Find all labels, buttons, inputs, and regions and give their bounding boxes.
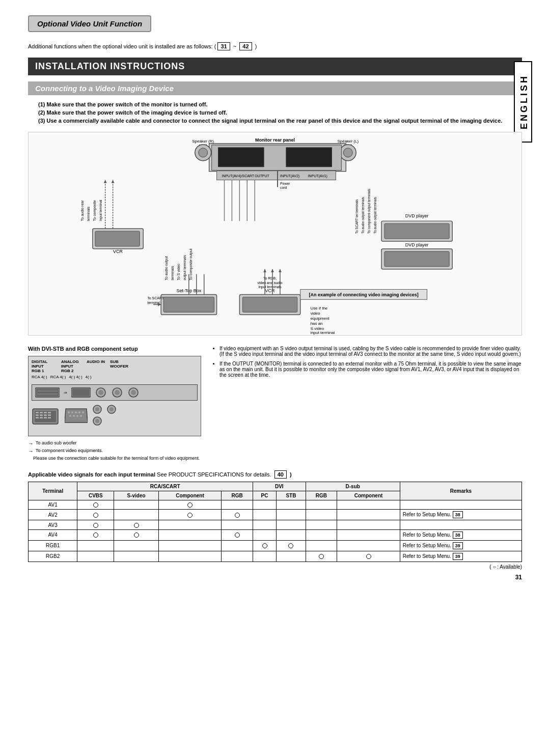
svg-rect-101 xyxy=(40,417,43,418)
cell-rgb1 xyxy=(222,551,253,562)
page-badge-42: 42 xyxy=(239,42,252,50)
svg-text:To audio output terminals: To audio output terminals xyxy=(361,197,365,234)
cell-component2 xyxy=(337,551,400,562)
cell-component1 xyxy=(158,551,221,562)
svg-text:To component output terminals: To component output terminals xyxy=(367,189,371,234)
cell-component2 xyxy=(337,500,400,510)
svg-rect-98 xyxy=(36,417,39,418)
col-terminal: Terminal xyxy=(29,482,77,500)
svg-text:Power: Power xyxy=(280,182,290,185)
svg-rect-103 xyxy=(44,414,47,416)
cell-stb xyxy=(277,540,306,551)
cell-pc xyxy=(253,529,276,540)
connection-diagram: Monitor rear panel Speaker (R) (exp) Spe… xyxy=(28,132,522,337)
cell-remarks: Refer to Setup Menu. 39 xyxy=(400,540,521,551)
sub-pc: PC xyxy=(253,491,276,500)
annotation-2: To component video equipments. xyxy=(36,448,103,453)
cell-svideo xyxy=(114,520,158,529)
svg-point-91 xyxy=(115,390,120,395)
cell-rgb1 xyxy=(222,529,253,540)
svg-rect-102 xyxy=(44,412,47,413)
table-row: RGB2 Refer to Setup Menu. 39 xyxy=(29,551,522,562)
svg-text:To audio rear: To audio rear xyxy=(80,200,84,221)
page-badge-40: 40 xyxy=(274,470,287,479)
svg-point-112 xyxy=(78,411,80,413)
svg-text:Use if the: Use if the xyxy=(311,306,328,311)
svg-point-5 xyxy=(199,148,208,157)
cell-component1 xyxy=(158,529,221,540)
svg-rect-83 xyxy=(36,389,59,396)
svg-text:DVD player: DVD player xyxy=(405,242,429,247)
signal-table: Terminal RCA/SCART DVI D-sub Remarks CVB… xyxy=(28,482,522,562)
cell-rgb1 xyxy=(222,520,253,529)
annotation-lines: → To audio sub woofer → To component vid… xyxy=(28,440,201,461)
svg-text:To audio output terminals: To audio output terminals xyxy=(373,197,377,234)
cell-cvbs xyxy=(77,520,114,529)
cell-component2 xyxy=(337,510,400,520)
svg-text:terminals: terminals xyxy=(87,206,90,221)
cell-cvbs xyxy=(77,510,114,520)
col-dvi: DVI xyxy=(253,482,306,491)
cell-stb xyxy=(277,529,306,540)
svg-marker-81 xyxy=(279,269,282,272)
svg-text:video and audio: video and audio xyxy=(257,281,282,285)
svg-point-110 xyxy=(71,411,73,413)
cell-remarks xyxy=(400,500,521,510)
svg-text:DVD player: DVD player xyxy=(405,213,429,218)
svg-rect-44 xyxy=(242,297,297,312)
col-dsub: D-sub xyxy=(306,482,400,491)
svg-point-119 xyxy=(95,407,99,411)
svg-text:To audio output: To audio output xyxy=(164,256,169,281)
svg-rect-34 xyxy=(384,223,449,239)
svg-text:equipment: equipment xyxy=(311,316,330,321)
svg-point-116 xyxy=(76,415,78,417)
svg-point-111 xyxy=(75,411,77,413)
cell-terminal: AV4 xyxy=(29,529,77,540)
cell-pc xyxy=(253,500,276,510)
svg-text:To composite output: To composite output xyxy=(189,248,193,280)
svg-rect-106 xyxy=(48,414,51,416)
svg-text:input terminal: input terminal xyxy=(99,200,103,221)
svg-text:INPUT(AV1): INPUT(AV1) xyxy=(308,174,327,178)
cell-pc xyxy=(253,540,276,551)
svg-rect-99 xyxy=(40,412,43,413)
additional-text: Additional functions when the optional v… xyxy=(28,42,522,50)
cell-rgb2 xyxy=(306,510,337,520)
svg-rect-23 xyxy=(95,231,140,246)
svg-text:INPUT(AV2): INPUT(AV2) xyxy=(280,174,299,178)
svg-text:Speaker (L): Speaker (L) xyxy=(337,139,359,144)
svg-text:To RGB,: To RGB, xyxy=(263,276,277,280)
svg-point-115 xyxy=(73,415,75,417)
cell-cvbs xyxy=(77,551,114,562)
svg-text:To SCART: To SCART xyxy=(147,296,164,300)
svg-point-89 xyxy=(98,390,103,395)
cell-rgb1 xyxy=(222,540,253,551)
svg-marker-80 xyxy=(271,269,274,272)
cell-remarks: Refer to Setup Menu. 38 xyxy=(400,510,521,520)
svg-point-9 xyxy=(343,148,352,157)
svg-rect-47 xyxy=(163,297,214,312)
instruction-3: (3) Use a commercially available cable a… xyxy=(38,118,522,124)
page-badge-31: 31 xyxy=(217,42,230,50)
sub-component2: Component xyxy=(337,491,400,500)
cell-rgb2 xyxy=(306,520,337,529)
optional-video-box: Optional Video Unit Function xyxy=(28,15,151,32)
table-row: AV1 xyxy=(29,500,522,510)
cell-svideo xyxy=(114,540,158,551)
table-row: RGB1 Refer to Setup Menu. 39 xyxy=(29,540,522,551)
applicable-header: Applicable video signals for each input … xyxy=(28,470,522,479)
bullet-2: If the OUTPUT (MONITOR) terminal is conn… xyxy=(219,361,522,378)
cell-pc xyxy=(253,551,276,562)
instructions-list: (1) Make sure that the power switch of t… xyxy=(28,101,522,124)
cell-cvbs xyxy=(77,529,114,540)
cell-terminal: AV1 xyxy=(29,500,77,510)
col-rca-scart: RCA/SCART xyxy=(77,482,253,491)
bullet-1: If video equipment with an S video outpu… xyxy=(219,346,522,357)
svg-point-121 xyxy=(95,419,99,423)
optional-video-title: Optional Video Unit Function xyxy=(37,19,142,28)
svg-text:input terminal: input terminal xyxy=(311,330,335,335)
cell-rgb2 xyxy=(306,529,337,540)
annotation-1: To audio sub woofer xyxy=(36,440,77,445)
svg-text:[An example of connecting vide: [An example of connecting video imaging … xyxy=(309,292,419,297)
bullet-list: If video equipment with an S video outpu… xyxy=(211,346,522,378)
